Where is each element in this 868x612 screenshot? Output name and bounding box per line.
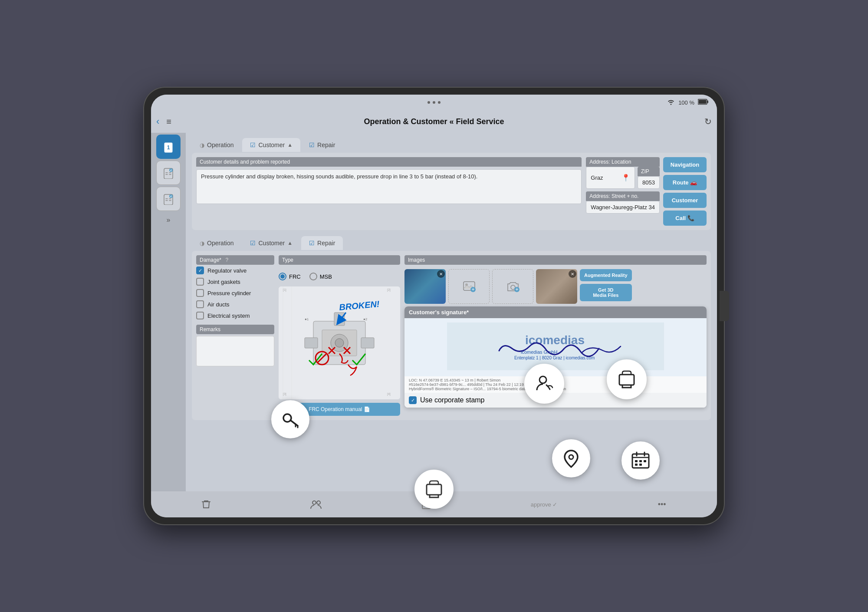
tab-repair-2[interactable]: ☑ Repair bbox=[301, 236, 343, 250]
floating-key-icon[interactable] bbox=[271, 400, 309, 438]
image-close-1[interactable]: ✕ bbox=[437, 270, 445, 278]
svg-rect-55 bbox=[644, 460, 646, 462]
floating-calendar-icon[interactable] bbox=[621, 441, 660, 480]
users-button[interactable] bbox=[306, 495, 326, 514]
svg-text:[3]: [3] bbox=[283, 392, 286, 396]
tab-operation-label-2: Operation bbox=[207, 240, 233, 247]
tab-operation-1[interactable]: ◑ Operation bbox=[192, 138, 241, 152]
damage-check-2[interactable] bbox=[196, 289, 204, 297]
floating-stamp-icon[interactable] bbox=[607, 359, 647, 399]
list-icon[interactable]: ≡ bbox=[166, 117, 171, 127]
damage-check-0[interactable]: ✓ bbox=[196, 267, 204, 274]
back-button[interactable]: ‹ bbox=[156, 116, 159, 127]
svg-rect-1 bbox=[707, 101, 709, 103]
svg-text:[4]: [4] bbox=[387, 392, 391, 396]
image-close-2[interactable]: ✕ bbox=[569, 270, 576, 278]
damage-check-4[interactable] bbox=[196, 312, 204, 319]
floating-stamp-bottom[interactable] bbox=[414, 470, 454, 509]
repair-check-icon-1: ☑ bbox=[309, 141, 315, 148]
tab-customer-2[interactable]: ☑ Customer ▲ bbox=[242, 236, 300, 250]
operation-half-icon: ◑ bbox=[200, 142, 204, 148]
route-button[interactable]: Route 🚗 bbox=[663, 175, 707, 190]
call-button[interactable]: Call 📞 bbox=[663, 211, 707, 226]
image-add-camera[interactable]: + bbox=[492, 269, 533, 304]
media-button[interactable]: Get 3DMedia Files bbox=[580, 284, 632, 301]
refresh-icon[interactable]: ↻ bbox=[704, 117, 712, 126]
tab-operation-label-1: Operation bbox=[207, 141, 233, 148]
tab-customer-1[interactable]: ☑ Customer ▲ bbox=[242, 138, 300, 152]
approve-button[interactable]: approve ✓ bbox=[527, 495, 562, 514]
nav-buttons: Navigation Route 🚗 Customer Call 📞 bbox=[663, 157, 707, 226]
radio-frc[interactable]: FRC bbox=[279, 273, 301, 280]
sidebar-item-1[interactable]: 1 bbox=[156, 135, 181, 159]
image-thumb-1[interactable]: ✕ bbox=[404, 269, 446, 304]
svg-text:+: + bbox=[471, 286, 474, 293]
damage-check-1[interactable] bbox=[196, 278, 204, 286]
damage-check-3[interactable] bbox=[196, 300, 204, 308]
floating-signature-icon[interactable] bbox=[524, 364, 564, 404]
street-label: Address: Street + no. bbox=[586, 191, 660, 201]
image-add-gallery[interactable]: + bbox=[448, 269, 490, 304]
svg-text:+: + bbox=[515, 286, 518, 293]
svg-rect-2 bbox=[699, 100, 707, 104]
tab-repair-1[interactable]: ☑ Repair bbox=[301, 138, 343, 152]
tab-repair-label-1: Repair bbox=[317, 141, 335, 148]
svg-rect-47 bbox=[619, 375, 634, 385]
section-1: ◑ Operation ☑ Customer ▲ ☑ Repair bbox=[192, 137, 711, 230]
radio-frc-label: FRC bbox=[289, 273, 301, 280]
svg-text:[1]: [1] bbox=[283, 288, 286, 292]
tab-customer-label-2: Customer bbox=[258, 240, 285, 247]
zip-group: ZIP 8053 bbox=[638, 167, 660, 189]
damage-label-1: Joint gaskets bbox=[207, 279, 240, 285]
radio-msb[interactable]: MSB bbox=[309, 273, 332, 280]
radio-msb-circle bbox=[309, 273, 317, 280]
damage-help-icon[interactable]: ? bbox=[225, 257, 228, 263]
damage-item-4: Electrical system bbox=[196, 312, 274, 319]
svg-point-38 bbox=[312, 501, 316, 504]
signature-header: Customer's signature* bbox=[404, 306, 707, 318]
side-button[interactable] bbox=[720, 291, 729, 321]
content-area: ◑ Operation ☑ Customer ▲ ☑ Repair bbox=[186, 133, 717, 491]
city-value: Graz bbox=[591, 174, 603, 181]
problem-value[interactable]: Pressure cylinder and display broken, hi… bbox=[196, 169, 582, 204]
sidebar-more[interactable]: » bbox=[167, 216, 171, 224]
sidebar-item-3[interactable] bbox=[156, 187, 181, 211]
problem-field: Customer details and problem reported Pr… bbox=[196, 157, 582, 226]
svg-rect-16 bbox=[334, 313, 345, 326]
svg-text:icomedias: icomedias bbox=[525, 333, 585, 347]
svg-point-39 bbox=[317, 501, 320, 504]
city-input[interactable]: Graz 📍 bbox=[586, 167, 635, 189]
stamp-checkbox[interactable]: ✓ bbox=[409, 396, 417, 404]
radio-msb-label: MSB bbox=[320, 273, 332, 280]
page-title: Operation & Customer « Field Service bbox=[364, 117, 504, 126]
floating-location-icon[interactable] bbox=[552, 439, 590, 477]
manual-button-label: FRC Operation manual 📄 bbox=[309, 406, 370, 412]
address-nav-group: Address: Location Graz 📍 ZIP bbox=[586, 157, 707, 226]
tab-bar-1: ◑ Operation ☑ Customer ▲ ☑ Repair bbox=[192, 137, 711, 153]
operation-half-icon-2: ◑ bbox=[200, 240, 204, 247]
damage-label-3: Air ducts bbox=[207, 301, 230, 308]
delete-button[interactable] bbox=[197, 495, 216, 514]
type-label: Type bbox=[279, 255, 400, 265]
sidebar-item-2[interactable] bbox=[156, 161, 181, 185]
status-bar: 100 % bbox=[151, 95, 717, 110]
damage-label: Damage* ? bbox=[196, 255, 274, 265]
street-input[interactable]: Wagner-Jauregg-Platz 34 bbox=[586, 201, 660, 214]
image-thumb-2[interactable]: ✕ bbox=[536, 269, 577, 304]
svg-rect-40 bbox=[427, 484, 441, 495]
remarks-input[interactable] bbox=[196, 336, 274, 366]
customer-button[interactable]: Customer bbox=[663, 193, 707, 208]
damage-item-0: ✓ Regulator valve bbox=[196, 267, 274, 274]
ar-button[interactable]: Augmented Reality bbox=[580, 269, 632, 281]
zip-input[interactable]: 8053 bbox=[638, 176, 660, 189]
navigation-button[interactable]: Navigation bbox=[663, 157, 707, 172]
damage-column: Damage* ? ✓ Regulator valve bbox=[196, 255, 274, 416]
tab-operation-2[interactable]: ◑ Operation bbox=[192, 236, 241, 250]
location-pin-icon[interactable]: 📍 bbox=[621, 174, 630, 182]
sketch-area[interactable]: [1] [2] [3] [4] ●1 ●2 BROKEN! bbox=[279, 286, 400, 399]
tab-customer-label-1: Customer bbox=[258, 141, 285, 148]
more-button[interactable]: ••• bbox=[652, 495, 671, 514]
customer-panel: Customer details and problem reported Pr… bbox=[192, 153, 711, 230]
ar-buttons: Augmented Reality Get 3DMedia Files bbox=[580, 269, 632, 304]
tab-repair-label-2: Repair bbox=[317, 240, 335, 247]
